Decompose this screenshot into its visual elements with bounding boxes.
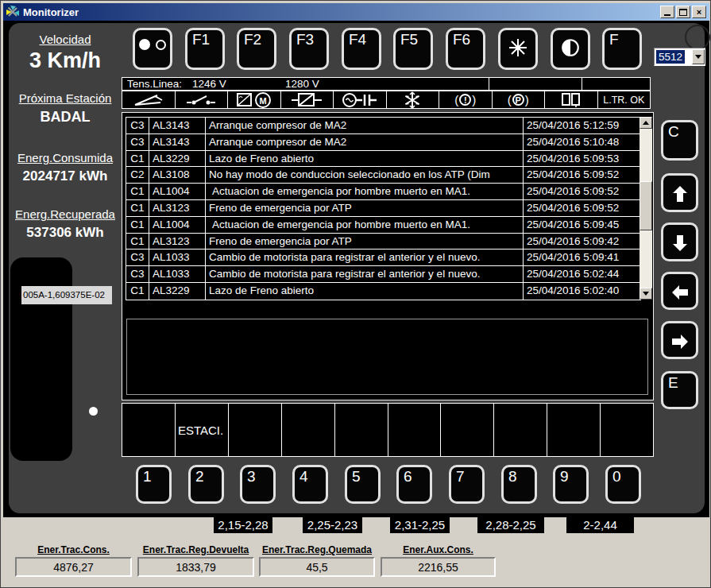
energy-consumed-label: Energ.Consumida <box>10 151 120 164</box>
numkey-8-label: 8 <box>508 468 517 485</box>
next-station-value: BADAL <box>10 109 120 126</box>
hvac-snowflake-icon <box>386 91 440 109</box>
softkey-cell-3 <box>229 404 282 456</box>
fkey-f1[interactable]: F1 <box>185 28 225 70</box>
table-row[interactable]: C1AL3229Lazo de Freno abierto25/04/2016 … <box>126 283 640 300</box>
numkey-2-label: 2 <box>195 468 204 485</box>
brightness-key[interactable] <box>498 28 538 70</box>
train-number-select[interactable]: 5512 <box>654 48 705 66</box>
table-row[interactable]: C3AL3143Arranque compresor de MA225/04/2… <box>126 134 640 151</box>
numkey-6[interactable]: 6 <box>396 465 432 504</box>
row-class: C1 <box>126 151 149 167</box>
table-row[interactable]: C2AL3108No hay modo de conduccion selecc… <box>126 167 640 184</box>
range-chip-2: 2,25-2,23 <box>303 516 362 533</box>
train-number-value: 5512 <box>656 50 685 64</box>
close-icon: × <box>697 8 701 16</box>
power-key[interactable] <box>133 28 172 70</box>
fkey-f4[interactable]: F4 <box>342 28 381 70</box>
numkey-4[interactable]: 4 <box>292 465 328 504</box>
softkey-cell-8 <box>494 404 547 456</box>
table-row[interactable]: C1AL3229Lazo de Freno abierto25/04/2016 … <box>126 151 640 168</box>
arrow-left-key[interactable] <box>661 272 698 310</box>
table-row[interactable]: C3AL1033Cambio de motorista para registr… <box>126 266 640 283</box>
row-code: AL3143 <box>149 134 206 150</box>
fkey-f1-label: F1 <box>192 31 210 48</box>
scroll-up-button[interactable] <box>640 117 652 129</box>
numkey-5[interactable]: 5 <box>345 465 381 504</box>
status-icon-row: M ( ! ) ( P ) L.TR. OK <box>122 91 651 109</box>
numkey-8[interactable]: 8 <box>501 465 537 504</box>
arrow-up-key[interactable] <box>661 173 698 212</box>
softkey-cell-6 <box>388 404 442 456</box>
row-desc: Lazo de Freno abierto <box>206 283 524 300</box>
row-class: C1 <box>126 200 149 216</box>
maximize-button[interactable] <box>676 6 690 18</box>
row-code: AL3123 <box>149 200 206 216</box>
combo-dropdown-button[interactable] <box>692 49 705 64</box>
row-code: AL3229 <box>149 151 206 167</box>
arrow-down-key[interactable] <box>661 222 698 261</box>
table-row[interactable]: C3AL3143Arranque compresor de MA225/04/2… <box>126 118 640 134</box>
table-row[interactable]: C1AL1004Actuacion de emergencia por homb… <box>126 217 640 234</box>
window-title: Monitorizer <box>23 6 79 18</box>
range-chip-5: 2-2,44 <box>566 516 634 533</box>
arrow-right-key[interactable] <box>661 321 698 359</box>
row-time: 25/04/2016 5:10:48 <box>524 134 640 150</box>
c-key[interactable]: C <box>661 120 698 161</box>
row-time: 25/04/2016 5:09:52 <box>524 184 640 199</box>
numkey-9[interactable]: 9 <box>553 465 589 504</box>
e-key[interactable]: E <box>661 371 698 409</box>
softkey-cell-4 <box>282 404 335 456</box>
arrow-up-icon <box>670 184 690 203</box>
minimize-button[interactable] <box>660 6 674 18</box>
energy-consumed-value: 2024717 kWh <box>10 168 120 184</box>
row-class: C3 <box>126 118 149 133</box>
scroll-track[interactable] <box>640 129 652 288</box>
paren-close: ) <box>472 93 476 106</box>
table-row[interactable]: C1AL3123Freno de emergencia por ATP25/04… <box>126 200 640 217</box>
ener-trac-reg-devuelta-label: Ener.Trac.Reg.Devuelta <box>137 544 254 555</box>
row-time: 25/04/2016 5:09:52 <box>524 167 640 183</box>
maximize-icon <box>679 9 687 16</box>
row-code: AL3143 <box>149 118 206 133</box>
e-key-label: E <box>668 374 678 392</box>
fkey-f6[interactable]: F6 <box>446 28 485 70</box>
numkey-3[interactable]: 3 <box>240 465 276 504</box>
scroll-thumb[interactable] <box>640 181 652 230</box>
numkey-7[interactable]: 7 <box>449 465 485 504</box>
close-button[interactable]: × <box>692 6 706 18</box>
parking-brake-icon: ( P ) <box>492 91 546 109</box>
numkey-5-label: 5 <box>352 468 361 485</box>
row-desc: Cambio de motorista para registrar el an… <box>206 250 524 265</box>
table-row[interactable]: C1AL3123Freno de emergencia por ATP25/04… <box>126 234 640 250</box>
table-row[interactable]: C3AL1033Cambio de motorista para registr… <box>126 250 640 266</box>
contrast-key[interactable] <box>551 28 590 70</box>
alarm-scrollbar[interactable] <box>640 117 652 300</box>
range-chip-3: 2,31-2,25 <box>390 516 450 533</box>
arrow-left-icon <box>670 283 690 302</box>
scroll-down-icon <box>643 292 649 296</box>
fkey-f2[interactable]: F2 <box>237 28 276 70</box>
numkey-2[interactable]: 2 <box>188 465 224 504</box>
arrow-right-icon <box>670 332 690 351</box>
softkey-label-row: ESTACI. <box>122 403 654 457</box>
softkey-cell-10 <box>601 404 653 456</box>
ener-trac-cons-label: Ener.Trac.Cons. <box>15 544 132 555</box>
softkey-cell-2: ESTACI. <box>176 404 229 456</box>
table-row[interactable]: C1AL1004Actuacion de emergencia por homb… <box>126 184 640 200</box>
speed-value: 3 Km/h <box>10 48 120 73</box>
paren-open: ( <box>508 93 512 106</box>
ener-trac-reg-quemada-value: 45,5 <box>259 557 375 577</box>
numkey-0[interactable]: 0 <box>605 465 641 504</box>
line-breaker-icon <box>175 91 229 109</box>
exclamation-glyph: ! <box>459 94 471 106</box>
numkey-1[interactable]: 1 <box>136 465 172 504</box>
numkey-0-label: 0 <box>612 468 621 485</box>
ener-aux-cons-label: Ener.Aux.Cons. <box>381 544 496 555</box>
fkey-f3[interactable]: F3 <box>289 28 329 70</box>
scroll-down-button[interactable] <box>640 288 652 300</box>
row-desc: Freno de emergencia por ATP <box>206 200 524 216</box>
fkey-f5[interactable]: F5 <box>393 28 433 70</box>
app-icon <box>6 6 19 18</box>
fkey-f[interactable]: F <box>602 28 642 70</box>
